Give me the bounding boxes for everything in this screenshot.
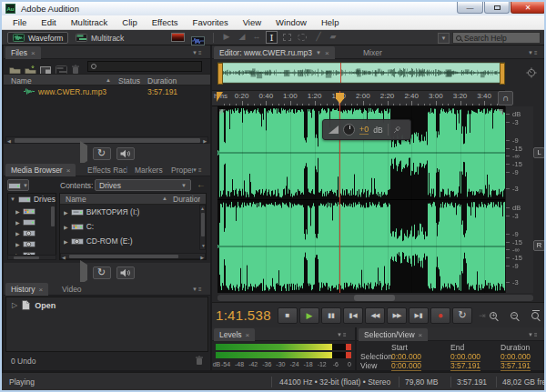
menu-view[interactable]: View bbox=[236, 17, 268, 27]
fast-forward-button[interactable] bbox=[387, 307, 407, 324]
close-tab-icon[interactable]: × bbox=[419, 331, 423, 339]
column-name[interactable]: Name bbox=[11, 76, 32, 85]
column-status[interactable]: Status bbox=[118, 76, 140, 85]
zoom-out-button[interactable] bbox=[506, 307, 522, 324]
scroll-left-icon[interactable]: ◀ bbox=[62, 255, 66, 261]
time-display[interactable]: 1:41.538 bbox=[216, 307, 271, 323]
pause-button[interactable] bbox=[321, 307, 341, 324]
multitrack-view-button[interactable]: Multitrack bbox=[71, 32, 128, 44]
waveform-hscrollbar[interactable] bbox=[217, 295, 533, 301]
menu-edit[interactable]: Edit bbox=[34, 17, 63, 27]
loop-playback-button[interactable]: ↻ bbox=[93, 147, 111, 160]
search-help-input[interactable] bbox=[464, 34, 535, 43]
close-tab-icon[interactable]: × bbox=[66, 166, 71, 175]
close-tab-icon[interactable]: × bbox=[325, 49, 329, 57]
rewind-button[interactable] bbox=[365, 307, 385, 324]
column-duration[interactable]: Duration bbox=[147, 76, 177, 85]
spectral-display-button[interactable] bbox=[171, 33, 185, 42]
expander-icon[interactable]: ▶ bbox=[64, 224, 68, 230]
tab-levels[interactable]: Levels × bbox=[214, 328, 255, 341]
scroll-thumb[interactable] bbox=[354, 295, 395, 301]
overview-left-handle[interactable] bbox=[217, 63, 223, 85]
column-duration[interactable]: Duration bbox=[173, 195, 200, 204]
view-duration-value[interactable]: 3:57.191 bbox=[500, 361, 531, 371]
level-meter-left[interactable] bbox=[216, 344, 351, 350]
close-tab-icon[interactable]: × bbox=[31, 49, 35, 57]
scroll-thumb[interactable] bbox=[14, 256, 39, 259]
snap-toggle-button[interactable]: ∩ bbox=[498, 91, 513, 106]
zoom-full-button[interactable] bbox=[527, 307, 543, 324]
expander-icon[interactable]: ▶ bbox=[15, 230, 20, 236]
expander-icon[interactable]: ▶ bbox=[15, 208, 20, 215]
media-tree[interactable]: ▼Drives▶▶▶▶▶ bbox=[7, 193, 56, 259]
hud-settings-knob-icon[interactable] bbox=[525, 66, 538, 79]
search-help-box[interactable] bbox=[452, 32, 541, 44]
media-row[interactable]: ▶C: bbox=[64, 222, 198, 231]
overview-right-handle[interactable] bbox=[500, 63, 505, 85]
skip-next-button[interactable] bbox=[409, 307, 429, 324]
left-channel-button[interactable]: L bbox=[533, 147, 545, 158]
media-column-header[interactable]: Name ▲ Duration bbox=[60, 194, 206, 205]
navigate-back-icon[interactable]: ← bbox=[197, 179, 206, 189]
media-list[interactable]: Name ▲ Duration ▶ВИКТОРИЯ (I:)▶C:▶CD-ROM… bbox=[59, 193, 207, 260]
level-meter-right[interactable] bbox=[216, 352, 351, 358]
tree-item[interactable]: ▶ bbox=[15, 228, 52, 237]
tab-effects-rack[interactable]: Effects Rack bbox=[82, 164, 127, 176]
tree-root-drives[interactable]: ▼Drives bbox=[10, 195, 56, 204]
tab-editor[interactable]: Editor: www.CWER.ru.mp3 ▼ × bbox=[214, 46, 335, 59]
tab-media-browser[interactable]: Media Browser × bbox=[5, 164, 76, 176]
workspace-dropdown-button[interactable]: ▼ bbox=[438, 33, 450, 44]
tab-mixer[interactable]: Mixer bbox=[358, 46, 388, 59]
menu-help[interactable]: Help bbox=[314, 17, 347, 27]
close-tab-icon[interactable]: × bbox=[38, 286, 43, 294]
chevron-down-icon[interactable]: ▼ bbox=[316, 50, 321, 55]
tab-files[interactable]: Files × bbox=[5, 46, 41, 59]
close-tab-icon[interactable]: × bbox=[246, 331, 250, 339]
close-button[interactable]: ✕ bbox=[511, 2, 545, 14]
waveform-view-button[interactable]: Waveform bbox=[7, 32, 68, 44]
scroll-up-icon[interactable]: ▲ bbox=[200, 206, 205, 212]
files-search-box[interactable] bbox=[87, 61, 202, 72]
files-column-header[interactable]: Name ▲ Status Duration bbox=[4, 74, 210, 85]
clip-indicator[interactable] bbox=[346, 344, 351, 350]
panel-menu-icon[interactable]: ▼≡ bbox=[528, 49, 542, 57]
tree-item[interactable]: ▶ bbox=[15, 217, 52, 226]
overview-waveform-canvas[interactable] bbox=[218, 63, 504, 83]
tree-item[interactable]: ▶ bbox=[15, 206, 52, 216]
column-name[interactable]: Name bbox=[66, 195, 86, 204]
record-button[interactable] bbox=[430, 307, 450, 324]
history-item-open[interactable]: ▷ Open bbox=[6, 299, 207, 311]
files-hscrollbar[interactable]: ◀ ▶ bbox=[5, 136, 208, 144]
overview-navigator[interactable] bbox=[217, 62, 505, 84]
panel-menu-icon[interactable]: ▼≡ bbox=[192, 286, 207, 294]
panel-menu-icon[interactable]: ▼≡ bbox=[192, 166, 207, 175]
pin-icon[interactable] bbox=[393, 126, 401, 134]
volume-hud[interactable]: +0 dB bbox=[322, 119, 411, 140]
view-end-value[interactable]: 3:57.191 bbox=[450, 361, 480, 371]
media-hscrollbar[interactable]: ◀ ▶ bbox=[60, 253, 206, 259]
trash-icon[interactable] bbox=[195, 356, 204, 366]
menu-effects[interactable]: Effects bbox=[145, 17, 186, 27]
panel-menu-icon[interactable]: ▼≡ bbox=[192, 49, 207, 57]
zoom-in-button[interactable] bbox=[485, 307, 501, 324]
scroll-right-icon[interactable]: ▶ bbox=[200, 255, 204, 261]
amplitude-ruler[interactable]: dB-3-9-15-∞-15-9-3dB-3-9-15-∞-15-9-3 bbox=[505, 106, 533, 293]
media-vscrollbar[interactable]: ▲ ▼ bbox=[199, 205, 206, 250]
drive-select-button[interactable]: ▼ bbox=[7, 179, 29, 191]
timeline-ruler[interactable]: hms 0:200:401:001:201:402:002:202:403:00… bbox=[212, 90, 505, 106]
tab-selection-view[interactable]: Selection/View × bbox=[359, 328, 428, 341]
expander-icon[interactable]: ▶ bbox=[15, 241, 20, 247]
panel-menu-icon[interactable]: ▼≡ bbox=[528, 331, 542, 339]
loop-button[interactable] bbox=[452, 307, 472, 324]
play-button[interactable] bbox=[299, 307, 319, 324]
auto-play-speaker-button[interactable] bbox=[116, 266, 135, 279]
scroll-thumb[interactable] bbox=[15, 138, 200, 143]
media-row[interactable]: ▶ВИКТОРИЯ (I:) bbox=[64, 207, 198, 216]
media-row[interactable]: ▶CD-ROM (E:) bbox=[64, 236, 198, 246]
scroll-down-icon[interactable]: ▼ bbox=[201, 243, 206, 249]
view-start-value[interactable]: 0:00.000 bbox=[391, 361, 421, 371]
panel-menu-icon[interactable]: ▼≡ bbox=[337, 331, 351, 339]
contents-dropdown[interactable]: Drives ▼ bbox=[95, 179, 191, 191]
expander-icon[interactable]: ▶ bbox=[64, 238, 68, 245]
skip-previous-button[interactable] bbox=[343, 307, 363, 324]
